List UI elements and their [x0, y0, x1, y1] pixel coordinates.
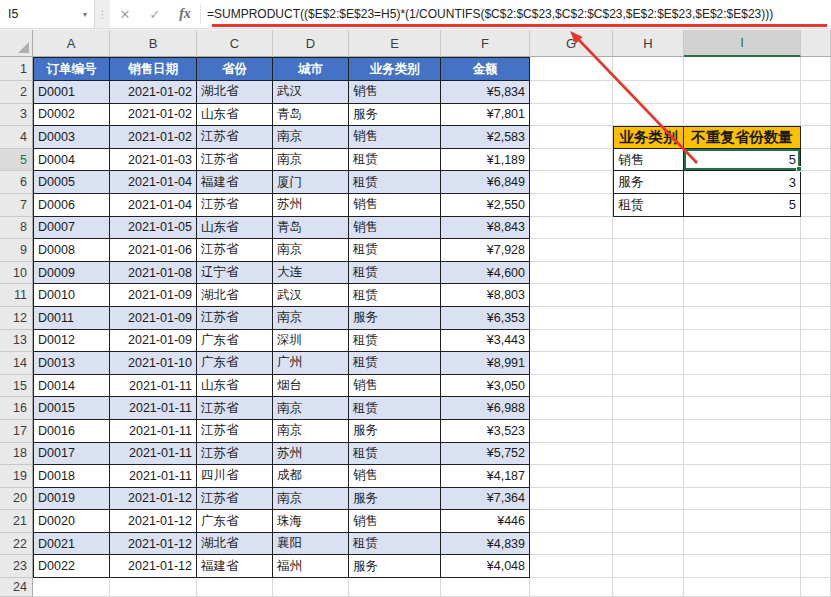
cell-B12[interactable]: 2021-01-09 [110, 307, 197, 330]
cell-C13[interactable]: 广东省 [197, 330, 273, 353]
col-header-D[interactable]: D [273, 30, 349, 57]
cell-B7[interactable]: 2021-01-04 [110, 194, 197, 217]
formula-input[interactable]: =SUMPRODUCT(($E$2:$E$23=H5)*(1/COUNTIFS(… [207, 7, 773, 21]
cell-I9[interactable] [684, 239, 801, 262]
col-header-E[interactable]: E [349, 30, 441, 57]
cell-B15[interactable]: 2021-01-11 [110, 375, 197, 398]
cell-C6[interactable]: 福建省 [197, 171, 273, 194]
cell-D5[interactable]: 南京 [273, 149, 349, 172]
cell-J7[interactable] [801, 194, 831, 217]
cell-J14[interactable] [801, 352, 831, 375]
cell-A16[interactable]: D0015 [33, 397, 110, 420]
cell-F19[interactable]: ¥4,187 [441, 465, 530, 488]
cell-H21[interactable] [613, 510, 684, 533]
cell-H23[interactable] [613, 555, 684, 578]
cell-B16[interactable]: 2021-01-11 [110, 397, 197, 420]
cell-C21[interactable]: 广东省 [197, 510, 273, 533]
row-header-18[interactable]: 18 [0, 443, 33, 466]
cell-G7[interactable] [530, 194, 613, 217]
row-header-11[interactable]: 11 [0, 284, 33, 307]
name-box[interactable]: I5 ▾ [0, 0, 95, 29]
cell-F16[interactable]: ¥6,988 [441, 397, 530, 420]
cell-A17[interactable]: D0016 [33, 420, 110, 443]
cell-B21[interactable]: 2021-01-12 [110, 510, 197, 533]
col-header-G[interactable]: G [530, 30, 613, 57]
cell-F23[interactable]: ¥4,048 [441, 555, 530, 578]
cell-F2[interactable]: ¥5,834 [441, 81, 530, 104]
cell-E8[interactable]: 销售 [349, 217, 441, 240]
row-header-21[interactable]: 21 [0, 510, 33, 533]
cell-I22[interactable] [684, 533, 801, 556]
row-header-22[interactable]: 22 [0, 533, 33, 556]
cell-C1[interactable]: 省份 [197, 57, 273, 81]
cell-J23[interactable] [801, 555, 831, 578]
cell-C10[interactable]: 辽宁省 [197, 262, 273, 285]
cell-J1[interactable] [801, 57, 831, 81]
cell-F15[interactable]: ¥3,050 [441, 375, 530, 398]
cell-H19[interactable] [613, 465, 684, 488]
cancel-button[interactable]: ✕ [110, 0, 140, 29]
cell-J2[interactable] [801, 81, 831, 104]
cell-F13[interactable]: ¥3,443 [441, 330, 530, 353]
cell-E20[interactable]: 服务 [349, 488, 441, 511]
cell-J5[interactable] [801, 149, 831, 172]
row-header-6[interactable]: 6 [0, 171, 33, 194]
cell-B10[interactable]: 2021-01-08 [110, 262, 197, 285]
cell-H9[interactable] [613, 239, 684, 262]
cell-F3[interactable]: ¥7,801 [441, 104, 530, 127]
cell-C15[interactable]: 山东省 [197, 375, 273, 398]
row-header-7[interactable]: 7 [0, 194, 33, 217]
cell-G22[interactable] [530, 533, 613, 556]
row-header-4[interactable]: 4 [0, 126, 33, 149]
cell-G1[interactable] [530, 57, 613, 81]
cell-F9[interactable]: ¥7,928 [441, 239, 530, 262]
cell-B14[interactable]: 2021-01-10 [110, 352, 197, 375]
cell-F8[interactable]: ¥8,843 [441, 217, 530, 240]
cell-F18[interactable]: ¥5,752 [441, 443, 530, 466]
cell-J11[interactable] [801, 284, 831, 307]
cell-B11[interactable]: 2021-01-09 [110, 284, 197, 307]
cell-A19[interactable]: D0018 [33, 465, 110, 488]
cell-B6[interactable]: 2021-01-04 [110, 171, 197, 194]
cell-F6[interactable]: ¥6,849 [441, 171, 530, 194]
cell-H3[interactable] [613, 104, 684, 127]
cell-I16[interactable] [684, 397, 801, 420]
cell-J12[interactable] [801, 307, 831, 330]
cell-I2[interactable] [684, 81, 801, 104]
cell-C2[interactable]: 湖北省 [197, 81, 273, 104]
cell-C18[interactable]: 江苏省 [197, 443, 273, 466]
row-header-9[interactable]: 9 [0, 239, 33, 262]
row-header-24[interactable]: 24 [0, 578, 33, 597]
cell-H22[interactable] [613, 533, 684, 556]
cell-I5[interactable]: 5 [684, 149, 801, 172]
cell-E2[interactable]: 销售 [349, 81, 441, 104]
cell-J10[interactable] [801, 262, 831, 285]
cell-C8[interactable]: 山东省 [197, 217, 273, 240]
cell-I24[interactable] [684, 578, 801, 597]
cell-I20[interactable] [684, 488, 801, 511]
cell-F21[interactable]: ¥446 [441, 510, 530, 533]
cell-A13[interactable]: D0012 [33, 330, 110, 353]
cell-I7[interactable]: 5 [684, 194, 801, 217]
cell-A9[interactable]: D0008 [33, 239, 110, 262]
cell-F10[interactable]: ¥4,600 [441, 262, 530, 285]
cell-D23[interactable]: 福州 [273, 555, 349, 578]
cell-E15[interactable]: 销售 [349, 375, 441, 398]
cell-D2[interactable]: 武汉 [273, 81, 349, 104]
cell-A18[interactable]: D0017 [33, 443, 110, 466]
cell-G4[interactable] [530, 126, 613, 149]
cell-H18[interactable] [613, 443, 684, 466]
cell-H10[interactable] [613, 262, 684, 285]
cell-E19[interactable]: 销售 [349, 465, 441, 488]
cell-G12[interactable] [530, 307, 613, 330]
cell-A3[interactable]: D0002 [33, 104, 110, 127]
cell-E3[interactable]: 服务 [349, 104, 441, 127]
col-header-F[interactable]: F [441, 30, 530, 57]
cell-F12[interactable]: ¥6,353 [441, 307, 530, 330]
cell-B13[interactable]: 2021-01-09 [110, 330, 197, 353]
row-header-8[interactable]: 8 [0, 217, 33, 240]
row-header-23[interactable]: 23 [0, 555, 33, 578]
cell-C11[interactable]: 湖北省 [197, 284, 273, 307]
cell-D1[interactable]: 城市 [273, 57, 349, 81]
cell-G17[interactable] [530, 420, 613, 443]
